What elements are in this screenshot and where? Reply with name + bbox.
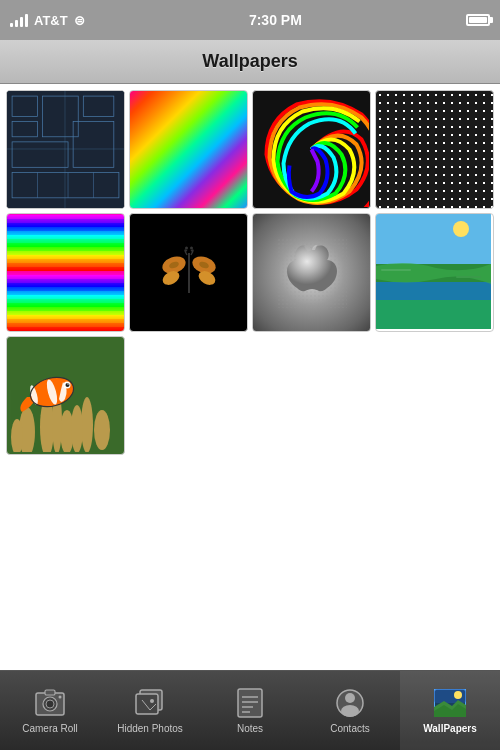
status-time: 7:30 PM bbox=[249, 12, 302, 28]
svg-rect-50 bbox=[45, 690, 55, 695]
tab-wallpapers[interactable]: WallPapers bbox=[400, 671, 500, 750]
tab-camera-roll-label: Camera Roll bbox=[22, 723, 78, 734]
wallpaper-item[interactable] bbox=[6, 90, 125, 209]
svg-rect-30 bbox=[456, 276, 481, 278]
wallpaper-item[interactable] bbox=[252, 90, 371, 209]
svg-point-20 bbox=[190, 246, 193, 249]
svg-rect-53 bbox=[136, 694, 158, 714]
tab-contacts[interactable]: Contacts bbox=[300, 671, 400, 750]
wallpaper-item[interactable] bbox=[129, 90, 248, 209]
status-left: AT&T ⊜ bbox=[10, 13, 85, 28]
wallpaper-item[interactable] bbox=[375, 213, 494, 332]
signal-icon bbox=[10, 13, 28, 27]
carrier-label: AT&T bbox=[34, 13, 68, 28]
tab-notes-label: Notes bbox=[237, 723, 263, 734]
notes-icon bbox=[234, 687, 266, 719]
wallpaper-item[interactable] bbox=[6, 336, 125, 455]
svg-point-39 bbox=[71, 405, 83, 452]
svg-rect-29 bbox=[381, 269, 411, 271]
wallpaper-item[interactable] bbox=[375, 90, 494, 209]
svg-point-51 bbox=[59, 696, 62, 699]
tab-bar: Camera Roll Hidden Photos Notes bbox=[0, 670, 500, 750]
svg-point-49 bbox=[46, 700, 54, 708]
contacts-icon bbox=[334, 687, 366, 719]
page-title: Wallpapers bbox=[202, 51, 297, 72]
svg-point-19 bbox=[185, 246, 188, 249]
status-bar: AT&T ⊜ 7:30 PM bbox=[0, 0, 500, 40]
wallpaper-item[interactable] bbox=[252, 213, 371, 332]
svg-rect-0 bbox=[7, 91, 124, 208]
tab-notes[interactable]: Notes bbox=[200, 671, 300, 750]
wallpaper-item[interactable] bbox=[129, 213, 248, 332]
svg-point-56 bbox=[150, 699, 154, 703]
wallpaper-item[interactable] bbox=[6, 213, 125, 332]
svg-rect-57 bbox=[238, 689, 262, 717]
tab-hidden-photos[interactable]: Hidden Photos bbox=[100, 671, 200, 750]
battery-icon bbox=[466, 14, 490, 26]
svg-point-68 bbox=[454, 691, 462, 699]
wallpaper-grid bbox=[0, 84, 500, 670]
svg-rect-27 bbox=[376, 282, 491, 302]
svg-point-31 bbox=[453, 221, 469, 237]
tab-hidden-photos-label: Hidden Photos bbox=[117, 723, 183, 734]
svg-rect-28 bbox=[376, 300, 491, 329]
tab-wallpapers-label: WallPapers bbox=[423, 723, 477, 734]
wifi-icon: ⊜ bbox=[74, 13, 85, 28]
hidden-photos-icon bbox=[134, 687, 166, 719]
svg-point-63 bbox=[345, 693, 355, 703]
tab-camera-roll[interactable]: Camera Roll bbox=[0, 671, 100, 750]
wallpapers-icon bbox=[434, 687, 466, 719]
svg-point-64 bbox=[341, 705, 359, 717]
camera-roll-icon bbox=[34, 687, 66, 719]
tab-contacts-label: Contacts bbox=[330, 723, 369, 734]
svg-point-36 bbox=[94, 410, 110, 450]
title-bar: Wallpapers bbox=[0, 40, 500, 84]
svg-point-46 bbox=[67, 383, 68, 384]
svg-rect-25 bbox=[376, 214, 491, 264]
status-right bbox=[466, 14, 490, 26]
